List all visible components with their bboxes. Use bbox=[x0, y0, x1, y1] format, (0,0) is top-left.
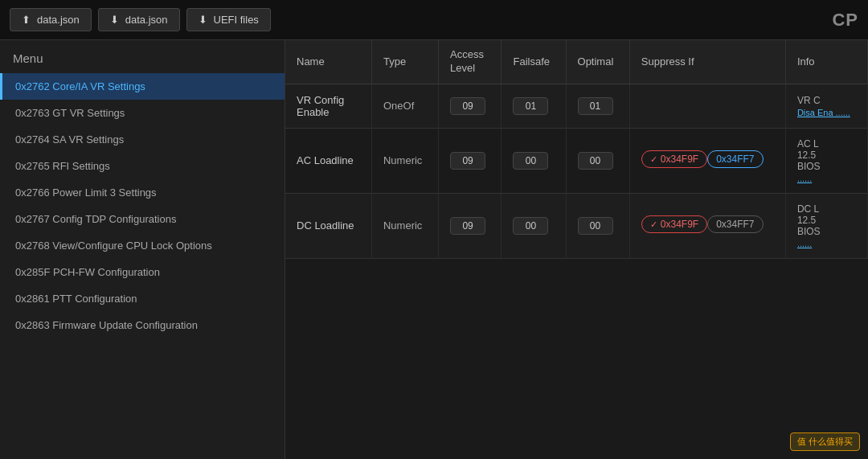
upload-icon: ⬆ bbox=[22, 14, 31, 26]
row-dc-loadline-suppress-badge[interactable]: 0x34FF7 bbox=[707, 215, 763, 233]
row-ac-loadline-suppress-badge[interactable]: ✓0x34F9F bbox=[641, 150, 707, 168]
download-uefi-icon: ⬇ bbox=[199, 14, 207, 26]
upload-data-label: data.json bbox=[37, 14, 80, 26]
row-vr-config-info: VR CDisa Ena ...... bbox=[785, 84, 867, 128]
watermark: 值 什么值得买 bbox=[790, 432, 860, 451]
row-dc-loadline-failsafe: 00 bbox=[502, 193, 566, 258]
row-dc-loadline-type: Numeric bbox=[371, 193, 438, 258]
row-ac-loadline-name: AC Loadline bbox=[285, 128, 371, 193]
item-0x2763[interactable]: 0x2763 GT VR Settings bbox=[0, 100, 285, 126]
app-logo: CP bbox=[832, 10, 858, 31]
row-ac-loadline-suppress: ✓0x34F9F0x34FF7 bbox=[629, 128, 785, 193]
data-table: NameTypeAccessLevelFailsafeOptimalSuppre… bbox=[285, 40, 868, 259]
table-row: VR ConfigEnableOneOf090101VR CDisa Ena .… bbox=[285, 84, 868, 128]
col-access-header: AccessLevel bbox=[439, 40, 502, 84]
item-0x2768[interactable]: 0x2768 View/Configure CPU Lock Options bbox=[0, 232, 285, 259]
row-vr-config-type: OneOf bbox=[371, 84, 438, 128]
row-ac-loadline-failsafe: 00 bbox=[502, 128, 566, 193]
row-dc-loadline-info-link[interactable]: ...... bbox=[797, 239, 856, 248]
col-type-header: Type bbox=[371, 40, 438, 84]
content-area: NameTypeAccessLevelFailsafeOptimalSuppre… bbox=[285, 40, 868, 459]
row-dc-loadline-suppress: ✓0x34F9F0x34FF7 bbox=[629, 193, 785, 258]
row-ac-loadline-type: Numeric bbox=[371, 128, 438, 193]
col-optimal-header: Optimal bbox=[566, 40, 629, 84]
main-layout: Menu 0x2762 Core/IA VR Settings0x2763 GT… bbox=[0, 40, 868, 459]
item-0x2861[interactable]: 0x2861 PTT Configuration bbox=[0, 285, 285, 312]
download-icon: ⬇ bbox=[110, 14, 119, 26]
col-info-header: Info bbox=[785, 40, 867, 84]
row-dc-loadline-name: DC Loadline bbox=[285, 193, 371, 258]
sidebar-header: Menu bbox=[0, 40, 285, 73]
row-ac-loadline-suppress-badge[interactable]: 0x34FF7 bbox=[707, 150, 763, 168]
row-ac-loadline-access: 09 bbox=[439, 128, 502, 193]
col-failsafe-header: Failsafe bbox=[502, 40, 566, 84]
col-suppress-header: Suppress If bbox=[629, 40, 785, 84]
row-dc-loadline-suppress-badge[interactable]: ✓0x34F9F bbox=[641, 215, 707, 233]
item-0x2766[interactable]: 0x2766 Power Limit 3 Settings bbox=[0, 179, 285, 206]
item-0x2764[interactable]: 0x2764 SA VR Settings bbox=[0, 126, 285, 153]
row-vr-config-suppress bbox=[629, 84, 785, 128]
toolbar: ⬆ data.json ⬇ data.json ⬇ UEFI files CP bbox=[0, 0, 868, 40]
item-0x2765[interactable]: 0x2765 RFI Settings bbox=[0, 153, 285, 179]
item-0x2767[interactable]: 0x2767 Config TDP Configurations bbox=[0, 206, 285, 232]
item-0x2863[interactable]: 0x2863 Firmware Update Configuration bbox=[0, 312, 285, 338]
row-dc-loadline-optimal: 00 bbox=[566, 193, 629, 258]
table-row: AC LoadlineNumeric090000✓0x34F9F0x34FF7A… bbox=[285, 128, 868, 193]
table-row: DC LoadlineNumeric090000✓0x34F9F0x34FF7D… bbox=[285, 193, 868, 258]
row-vr-config-access: 09 bbox=[439, 84, 502, 128]
row-ac-loadline-optimal: 00 bbox=[566, 128, 629, 193]
download-uefi-label: UEFI files bbox=[214, 14, 259, 26]
row-vr-config-optimal: 01 bbox=[566, 84, 629, 128]
row-vr-config-failsafe: 01 bbox=[502, 84, 566, 128]
col-name-header: Name bbox=[285, 40, 371, 84]
row-vr-config-info-link[interactable]: Disa Ena ...... bbox=[797, 108, 856, 117]
download-data-label: data.json bbox=[125, 14, 168, 26]
row-dc-loadline-access: 09 bbox=[439, 193, 502, 258]
row-dc-loadline-info: DC L12.5BIOS...... bbox=[785, 193, 867, 258]
download-uefi-button[interactable]: ⬇ UEFI files bbox=[186, 8, 271, 31]
item-0x2762[interactable]: 0x2762 Core/IA VR Settings bbox=[0, 73, 285, 100]
item-0x285F[interactable]: 0x285F PCH-FW Configuration bbox=[0, 259, 285, 285]
download-data-button[interactable]: ⬇ data.json bbox=[98, 8, 180, 31]
sidebar: Menu 0x2762 Core/IA VR Settings0x2763 GT… bbox=[0, 40, 285, 459]
row-vr-config-name: VR ConfigEnable bbox=[285, 84, 371, 128]
row-ac-loadline-info-link[interactable]: ...... bbox=[797, 174, 856, 183]
row-ac-loadline-info: AC L12.5BIOS...... bbox=[785, 128, 867, 193]
upload-data-button[interactable]: ⬆ data.json bbox=[10, 8, 92, 31]
